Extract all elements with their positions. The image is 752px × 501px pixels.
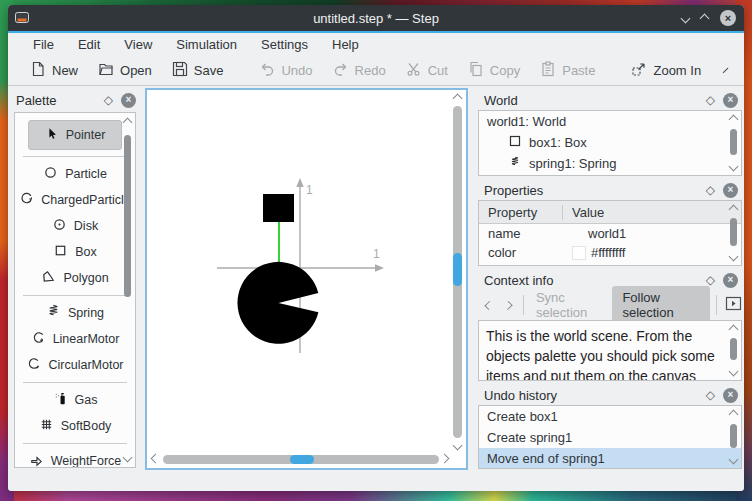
screen: untitled.step * — Step × File Edit View … [0,0,752,501]
menu-edit[interactable]: Edit [71,35,107,54]
spring-icon [46,304,61,322]
palette-separator [23,156,127,157]
copy-button[interactable]: Copy [460,57,528,84]
canvas-horizontal-thumb[interactable] [290,455,314,464]
context-scrollbar[interactable] [727,323,740,378]
undo-history-list: Create box1 Create spring1 Move end of s… [478,405,742,469]
particle-icon [43,165,58,183]
save-button[interactable]: Save [164,57,232,84]
palette-item-chargedparticle[interactable]: ChargedParticle [19,187,131,213]
float-panel-icon[interactable]: ◇ [706,273,715,287]
paste-clipboard-icon [540,61,556,80]
palette-item-disk[interactable]: Disk [52,213,98,239]
undo-item-create-box1[interactable]: Create box1 [479,406,741,427]
value-column-header[interactable]: Value [563,205,604,220]
menu-simulation[interactable]: Simulation [169,35,244,54]
palette-panel-header: Palette ◇ × [10,89,140,111]
zoom-in-button[interactable]: Zoom In [623,57,709,84]
canvas-vertical-thumb[interactable] [453,253,462,286]
close-panel-icon[interactable]: × [723,183,738,198]
close-window-icon[interactable]: × [720,10,736,26]
world-tree-item-spring1[interactable]: spring1: Spring [479,153,741,174]
cut-scissors-icon [406,61,422,80]
menubar: File Edit View Simulation Settings Help [8,33,744,55]
world-tree: world1: World box1: Box spring1: Spring [478,110,742,176]
properties-scrollbar[interactable] [727,203,740,263]
zoom-in-icon [631,61,647,80]
scene-canvas[interactable]: 1 1 [145,88,468,470]
save-floppy-icon [172,61,188,80]
new-document-icon [30,61,46,80]
charged-particle-icon [19,191,34,209]
palette-item-weightforce[interactable]: WeightForce [29,448,122,468]
undo-item-move-end-of-spring1[interactable]: Move end of spring1 [479,448,741,469]
palette-separator [23,295,127,296]
menu-file[interactable]: File [26,35,61,54]
scene-drawing: 1 1 [147,90,466,468]
box-object[interactable] [263,194,294,222]
x-axis-tick-label: 1 [373,247,380,261]
palette-item-pointer[interactable]: Pointer [28,120,123,150]
minimize-icon[interactable] [681,13,691,23]
float-panel-icon[interactable]: ◇ [104,93,113,107]
palette-scrollbar[interactable] [121,115,134,465]
close-panel-icon[interactable]: × [723,273,738,288]
y-axis-tick-label: 1 [306,183,313,197]
world-panel-header: World ◇ × [478,89,742,111]
menu-view[interactable]: View [117,35,159,54]
titlebar[interactable]: untitled.step * — Step × [8,5,744,31]
properties-title: Properties [478,183,706,198]
palette-list: Pointer Particle ChargedParticle Disk [14,112,136,468]
canvas-horizontal-scrollbar[interactable] [163,455,439,464]
weight-force-icon [29,452,44,468]
circular-motor-icon [26,356,41,374]
float-panel-icon[interactable]: ◇ [706,93,715,107]
float-panel-icon[interactable]: ◇ [706,183,715,197]
open-in-browser-icon[interactable] [725,296,742,314]
color-swatch [572,246,586,260]
paste-button[interactable]: Paste [532,57,603,84]
context-toolbar-separator [716,295,717,315]
menu-settings[interactable]: Settings [254,35,315,54]
maximize-icon[interactable] [700,13,710,23]
property-row-name[interactable]: name world1 [479,224,741,243]
copy-icon [468,61,484,80]
new-button[interactable]: New [22,57,86,84]
undo-item-create-spring1[interactable]: Create spring1 [479,427,741,448]
world-tree-item-world1[interactable]: world1: World [479,111,741,132]
follow-selection-button[interactable]: Follow selection [612,286,710,324]
palette-item-box[interactable]: Box [53,239,97,265]
close-panel-icon[interactable]: × [723,93,738,108]
history-forward-icon[interactable] [503,300,512,309]
undo-button[interactable]: Undo [251,57,320,84]
undo-panel-header: Undo history ◇ × [478,384,742,406]
toolbar-overflow-icon[interactable] [723,67,729,73]
palette-item-particle[interactable]: Particle [43,161,107,187]
palette-item-softbody[interactable]: SoftBody [39,413,112,439]
cut-button[interactable]: Cut [398,57,456,84]
property-row-color[interactable]: color #ffffffff [479,243,741,262]
world-scrollbar[interactable] [727,113,740,173]
palette-item-linearmotor[interactable]: LinearMotor [31,326,120,352]
close-panel-icon[interactable]: × [121,93,136,108]
sync-selection-button[interactable]: Sync selection [536,290,606,320]
world-tree-item-box1[interactable]: box1: Box [479,132,741,153]
palette-item-polygon[interactable]: Polygon [41,265,108,291]
palette-title: Palette [10,93,104,108]
history-back-icon[interactable] [484,300,493,309]
property-column-header[interactable]: Property [479,205,563,220]
open-button[interactable]: Open [90,57,160,84]
redo-icon [333,61,349,80]
float-panel-icon[interactable]: ◇ [706,388,715,402]
canvas-vertical-scrollbar[interactable] [453,106,462,438]
redo-button[interactable]: Redo [325,57,394,84]
close-panel-icon[interactable]: × [723,388,738,403]
palette-item-spring[interactable]: Spring [46,300,104,326]
disk-object[interactable] [237,262,318,344]
menu-help[interactable]: Help [325,35,366,54]
context-info-text: This is the world scene. From the object… [478,320,742,381]
context-text-line: This is the world scene. From the [479,321,741,346]
palette-item-gas[interactable]: Gas [53,387,98,413]
undo-scrollbar[interactable] [727,408,740,466]
palette-item-circularmotor[interactable]: CircularMotor [26,352,123,378]
